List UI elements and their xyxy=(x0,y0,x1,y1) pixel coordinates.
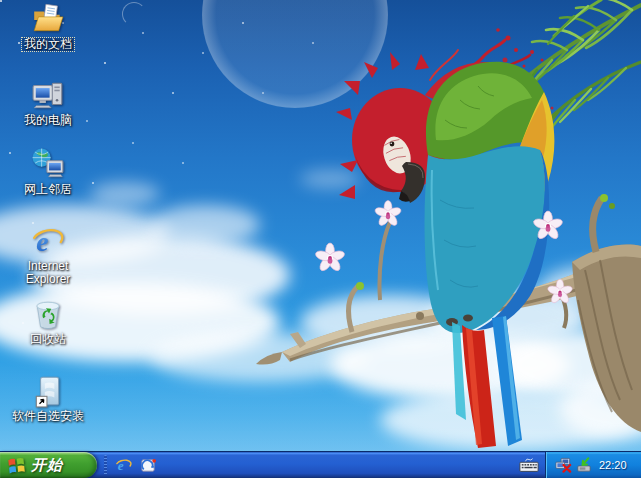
desktop-icon-label: 我的电脑 xyxy=(22,114,74,127)
system-tray: 22:20 xyxy=(545,452,641,478)
my-documents-icon xyxy=(31,2,65,36)
outlook-express-icon xyxy=(140,457,157,474)
network-disconnected-icon[interactable] xyxy=(555,457,572,473)
desktop-icon-recycle-bin[interactable]: 回收站 xyxy=(0,297,96,346)
start-button[interactable]: 开始 xyxy=(0,452,97,478)
palm-leaves-illustration xyxy=(436,0,641,145)
wallpaper xyxy=(0,0,641,452)
desktop-icon-label: Internet Explorer xyxy=(12,260,84,286)
internet-explorer-icon: e xyxy=(115,457,132,474)
desktop-icon-label: 软件自选安装 xyxy=(10,410,86,423)
cloud xyxy=(300,170,360,188)
quick-launch-grip[interactable] xyxy=(104,455,107,475)
quick-launch-internet-explorer[interactable]: e xyxy=(114,456,132,474)
moon xyxy=(202,0,388,108)
desktop: 我的文档 我的电脑 xyxy=(0,0,641,478)
tray-clock[interactable]: 22:20 xyxy=(599,459,627,471)
windows-logo-icon xyxy=(7,456,26,475)
desktop-icon-my-documents[interactable]: 我的文档 xyxy=(0,2,96,51)
desktop-icon-label: 网上邻居 xyxy=(22,183,74,196)
desktop-icon-label: 我的文档 xyxy=(22,38,74,51)
cloud xyxy=(90,182,160,206)
cloud xyxy=(150,205,260,245)
network-places-icon xyxy=(31,147,65,181)
orchid-flowers xyxy=(314,201,573,305)
taskbar: 开始 e xyxy=(0,452,641,478)
my-computer-icon xyxy=(31,78,65,112)
internet-explorer-icon: e xyxy=(31,224,65,258)
safely-remove-hardware-icon[interactable] xyxy=(575,457,592,473)
software-setup-shortcut-icon xyxy=(31,374,65,408)
keyboard-icon xyxy=(519,456,539,474)
horizon-glow xyxy=(0,362,641,452)
quick-launch-bar: e xyxy=(114,456,157,474)
language-indicator[interactable] xyxy=(518,455,540,475)
desktop-icon-internet-explorer[interactable]: e Internet Explorer xyxy=(0,224,96,286)
desktop-icon-software-setup[interactable]: 软件自选安装 xyxy=(0,374,96,423)
start-button-label: 开始 xyxy=(31,456,69,475)
recycle-bin-icon xyxy=(31,297,65,331)
desktop-icon-my-computer[interactable]: 我的电脑 xyxy=(0,78,96,127)
desktop-icon-label: 回收站 xyxy=(28,333,68,346)
quick-launch-outlook-express[interactable] xyxy=(139,456,157,474)
desktop-icon-network-places[interactable]: 网上邻居 xyxy=(0,147,96,196)
lens-flare xyxy=(122,2,146,26)
